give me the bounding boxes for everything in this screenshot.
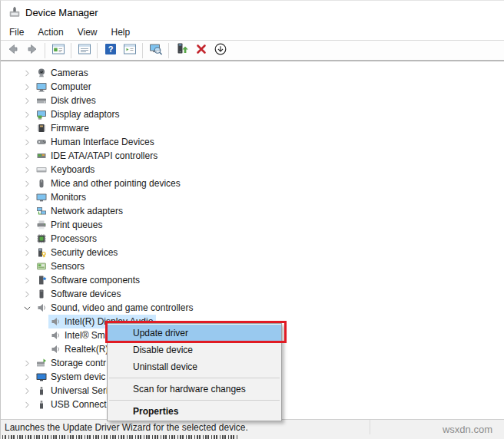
tree-row[interactable]: Computer: [1, 80, 504, 94]
tree-item[interactable]: Universal Seri: [35, 384, 111, 398]
tree-row[interactable]: Cameras: [1, 66, 504, 80]
show-console-tree-button[interactable]: [48, 41, 68, 60]
tree-item[interactable]: Security devices: [35, 246, 121, 259]
tree-item[interactable]: Keyboards: [35, 163, 98, 177]
menu-view[interactable]: View: [71, 25, 104, 40]
chevron-collapsed-icon[interactable]: [21, 357, 33, 369]
tree-item[interactable]: Processors: [35, 232, 100, 246]
chevron-collapsed-icon[interactable]: [21, 260, 33, 272]
tree-item-label: Computer: [51, 81, 91, 92]
speaker-icon: [50, 330, 61, 341]
back-button[interactable]: [3, 41, 22, 60]
help-button[interactable]: ?: [101, 41, 120, 60]
chevron-collapsed-icon[interactable]: [21, 233, 33, 245]
chevron-collapsed-icon[interactable]: [21, 150, 33, 162]
context-menu-item-properties[interactable]: Properties: [108, 403, 281, 420]
chevron-collapsed-icon[interactable]: [21, 398, 33, 411]
chevron-collapsed-icon[interactable]: [21, 219, 33, 231]
uninstall-device-button[interactable]: [191, 41, 211, 60]
forward-button[interactable]: [22, 41, 41, 60]
tree-item[interactable]: Software components: [35, 273, 143, 287]
tree-item-label: Human Interface Devices: [51, 137, 154, 147]
tree-item[interactable]: Display adaptors: [35, 107, 122, 121]
tree-row[interactable]: Keyboards: [1, 163, 504, 177]
chevron-collapsed-icon[interactable]: [21, 246, 33, 259]
chevron-expanded-icon[interactable]: [21, 302, 33, 314]
context-menu-item-disable-device[interactable]: Disable device: [108, 342, 281, 358]
chevron-collapsed-icon[interactable]: [21, 94, 33, 107]
network-adapter-icon: [36, 206, 47, 216]
tree-row[interactable]: Security devices: [1, 246, 504, 259]
chevron-collapsed-icon[interactable]: [21, 205, 33, 217]
chevron-collapsed-icon[interactable]: [21, 288, 33, 300]
toolbar-separator: [71, 43, 71, 58]
tree-row[interactable]: Mice and other pointing devices: [1, 177, 504, 190]
tree-item[interactable]: Realtek(R): [48, 342, 111, 356]
menu-file[interactable]: File: [2, 25, 31, 40]
properties-button[interactable]: [75, 41, 94, 60]
tree-item[interactable]: Human Interface Devices: [35, 135, 158, 149]
tree-item[interactable]: IDE ATA/ATAPI controllers: [35, 149, 161, 163]
chevron-collapsed-icon[interactable]: [21, 122, 33, 134]
chevron-collapsed-icon[interactable]: [21, 163, 33, 176]
tree-row[interactable]: Monitors: [1, 190, 504, 204]
chevron-collapsed-icon[interactable]: [21, 136, 33, 148]
tree-row[interactable]: Human Interface Devices: [1, 135, 504, 149]
tree-item[interactable]: System devic: [35, 370, 108, 384]
tree-item[interactable]: Mice and other pointing devices: [35, 177, 184, 190]
chevron-collapsed-icon[interactable]: [21, 67, 33, 79]
tree-row[interactable]: Display adaptors: [1, 107, 504, 121]
chevron-collapsed-icon[interactable]: [21, 81, 33, 93]
tree-row[interactable]: Processors: [1, 232, 504, 246]
chevron-collapsed-icon[interactable]: [21, 274, 33, 286]
device-manager-icon: [8, 6, 21, 18]
chevron-spacer: [35, 329, 47, 342]
tree-row[interactable]: Firmware: [1, 121, 504, 135]
software-device-icon: [36, 289, 47, 299]
tree-item[interactable]: Firmware: [35, 121, 92, 135]
tree-row[interactable]: Software components: [1, 273, 504, 287]
chevron-collapsed-icon[interactable]: [21, 385, 33, 397]
computer-icon: [36, 81, 47, 92]
tree-row[interactable]: Print queues: [1, 218, 504, 232]
tree-row[interactable]: Sound, video and game controllers: [1, 301, 504, 315]
tree-item[interactable]: Storage contr: [35, 356, 109, 370]
tree-row[interactable]: Disk drives: [1, 94, 504, 107]
tree-item-label: Storage contr: [51, 358, 106, 368]
chevron-collapsed-icon[interactable]: [21, 191, 33, 203]
tree-row[interactable]: Sensors: [1, 259, 504, 273]
disable-device-button[interactable]: [211, 41, 230, 60]
chevron-spacer: [35, 343, 47, 355]
tree-item[interactable]: Network adapters: [35, 204, 126, 218]
menu-action[interactable]: Action: [31, 25, 70, 40]
tree-item[interactable]: Disk drives: [35, 94, 99, 107]
tree-item[interactable]: Monitors: [35, 190, 89, 204]
update-driver-button[interactable]: [172, 41, 191, 60]
context-menu-item-scan-for-hardware-changes[interactable]: Scan for hardware changes: [108, 381, 281, 398]
tree-item[interactable]: Sound, video and game controllers: [35, 301, 196, 315]
tree-item[interactable]: Sensors: [35, 259, 88, 273]
firmware-icon: [36, 123, 47, 134]
tree-item[interactable]: Cameras: [35, 66, 91, 80]
scan-for-hardware-changes-button[interactable]: [146, 41, 165, 60]
tree-row[interactable]: Network adapters: [1, 204, 504, 218]
context-menu-item-update-driver[interactable]: Update driver: [108, 325, 281, 342]
show-action-pane-button[interactable]: [120, 41, 139, 60]
security-device-icon: [36, 247, 47, 258]
chevron-collapsed-icon[interactable]: [21, 108, 33, 120]
context-menu-item-uninstall-device[interactable]: Uninstall device: [108, 358, 281, 375]
toolbar-separator: [97, 43, 98, 58]
tree-item[interactable]: USB Connect: [35, 398, 110, 411]
tree-row[interactable]: Software devices: [1, 287, 504, 301]
processor-icon: [36, 233, 47, 244]
system-device-icon: [36, 371, 47, 382]
tree-item[interactable]: Intel® Sm: [48, 328, 108, 342]
context-menu-separator: [109, 400, 280, 401]
chevron-collapsed-icon[interactable]: [21, 177, 33, 190]
chevron-collapsed-icon[interactable]: [21, 371, 33, 383]
tree-row[interactable]: IDE ATA/ATAPI controllers: [1, 149, 504, 163]
tree-item[interactable]: Computer: [35, 80, 94, 94]
menu-help[interactable]: Help: [104, 25, 138, 40]
tree-item[interactable]: Software devices: [35, 287, 124, 301]
tree-item[interactable]: Print queues: [35, 218, 105, 232]
